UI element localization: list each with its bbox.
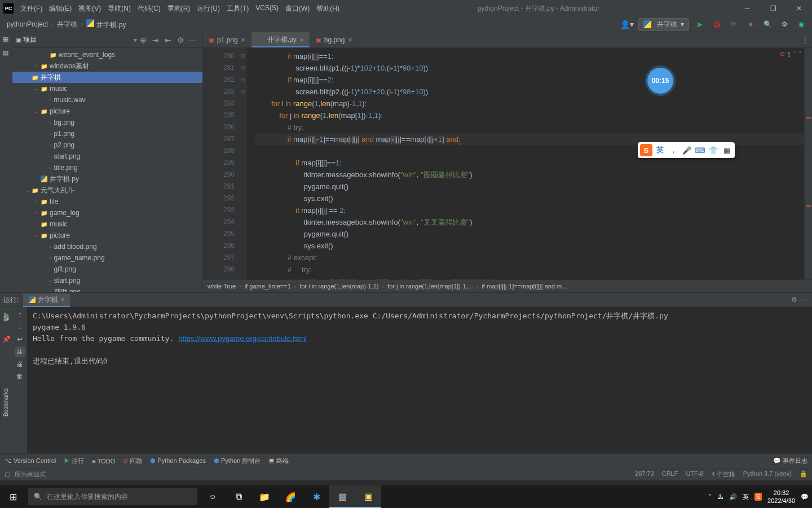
breadcrumb-item[interactable]: 井字棋.py xyxy=(84,19,128,30)
structure-tool-button[interactable]: ▤ xyxy=(2,48,11,57)
ime-skin-button[interactable]: 👕 xyxy=(708,144,720,156)
breadcrumb-item[interactable]: pythonProject xyxy=(5,20,50,28)
pin-button[interactable]: 📌 xyxy=(1,334,11,344)
shield-icon[interactable]: ◉ xyxy=(795,18,807,30)
run-button-bottom[interactable]: ▶ 运行 xyxy=(64,457,84,465)
indent-settings[interactable]: 4 个空格 xyxy=(712,470,735,479)
prev-error-button[interactable]: ˄ xyxy=(793,50,796,58)
lock-icon[interactable]: 🔒 xyxy=(800,470,807,479)
file-explorer-icon[interactable]: 📁 xyxy=(251,485,277,508)
gear-icon[interactable]: ⚙ xyxy=(174,34,187,46)
cursor-position[interactable]: 287:73 xyxy=(635,470,654,479)
timer-badge[interactable]: 00:15 xyxy=(647,68,673,94)
tree-row[interactable]: ▫start.png xyxy=(12,275,202,286)
tree-row[interactable]: ›📁windwos素材 xyxy=(12,60,202,72)
menu-item[interactable]: 编辑(E) xyxy=(46,4,75,14)
settings-button[interactable]: ⚙ xyxy=(778,18,791,30)
terminal-button[interactable]: ▣ 终端 xyxy=(268,457,289,465)
ime-toolbox-button[interactable]: ▦ xyxy=(721,144,732,156)
tree-row[interactable]: 📁webrtc_event_logs xyxy=(12,49,202,60)
start-button[interactable]: ⊞ xyxy=(0,485,26,508)
python-console-button[interactable]: ⬢ Python 控制台 xyxy=(214,457,261,465)
tree-row[interactable]: ▫game_name.png xyxy=(12,252,202,264)
editor-tab[interactable]: 井字棋.py× xyxy=(251,32,310,47)
debug-button[interactable]: 🐞 xyxy=(710,18,723,30)
up-arrow-button[interactable]: ↑ xyxy=(15,309,25,319)
menu-item[interactable]: 文件(F) xyxy=(17,4,46,14)
search-everywhere-button[interactable]: 🔍 xyxy=(761,18,774,30)
chrome-icon[interactable]: 🌈 xyxy=(277,485,303,508)
ime-toolbar[interactable]: S 英 ， 🎤 ⌨ 👕 ▦ xyxy=(638,142,735,158)
encoding[interactable]: UTF-8 xyxy=(686,470,703,479)
project-tool-button[interactable]: ▦ xyxy=(2,34,11,43)
close-button[interactable]: ✕ xyxy=(786,0,812,17)
tray-lang[interactable]: 英 xyxy=(743,493,749,501)
editor-error-stripe[interactable] xyxy=(804,48,812,279)
code-breadcrumb[interactable]: while True›if game_time==1›for i in rang… xyxy=(203,279,812,292)
fold-gutter[interactable]: ⊟⊟⊟⊟ xyxy=(239,48,247,279)
close-icon[interactable]: × xyxy=(60,296,64,304)
menu-item[interactable]: 帮助(H) xyxy=(313,4,343,14)
soft-wrap-button[interactable]: ↩ xyxy=(15,334,25,344)
cortana-icon[interactable]: ○ xyxy=(200,485,226,508)
maximize-button[interactable]: ❐ xyxy=(760,0,786,17)
task-view-icon[interactable]: ⧉ xyxy=(226,485,251,508)
tree-row[interactable]: ▫帮助.png xyxy=(12,286,202,292)
ime-punct-button[interactable]: ， xyxy=(668,144,679,156)
tree-row[interactable]: ▫title.png xyxy=(12,162,202,173)
tray-chevron-icon[interactable]: ˄ xyxy=(708,493,712,501)
hide-panel-button[interactable]: — xyxy=(801,296,807,304)
clear-all-button[interactable]: 🗑 xyxy=(15,371,25,382)
coverage-button[interactable]: ⟳ xyxy=(727,18,740,30)
ime-lang-button[interactable]: 英 xyxy=(655,144,666,156)
next-error-button[interactable]: ˅ xyxy=(798,50,802,58)
menu-item[interactable]: 重构(R) xyxy=(164,4,194,14)
tree-row[interactable]: ⌄📁井字棋 xyxy=(12,72,202,83)
version-control-button[interactable]: ⌥ Version Control xyxy=(5,457,56,465)
close-icon[interactable]: × xyxy=(348,36,352,44)
gear-icon[interactable]: ⚙ xyxy=(791,296,797,304)
scroll-to-end-button[interactable]: ⇊ xyxy=(15,347,25,357)
collapse-all-button[interactable]: ⇤ xyxy=(162,34,174,46)
interpreter[interactable]: Python 3.7 (venv) xyxy=(743,470,792,479)
todo-button[interactable]: ≡ TODO xyxy=(92,458,115,465)
code-crumb-item[interactable]: if game_time==1 xyxy=(245,283,291,290)
menu-item[interactable]: 运行(U) xyxy=(193,4,223,14)
pycharm-taskbar-icon[interactable]: ▩ xyxy=(329,485,355,508)
close-icon[interactable]: × xyxy=(241,36,245,44)
tree-row[interactable]: ⌄📁picture xyxy=(12,106,202,117)
tray-network-icon[interactable]: 🖧 xyxy=(717,493,723,500)
expand-all-button[interactable]: ⇥ xyxy=(149,34,162,46)
tree-row[interactable]: ▫start.png xyxy=(12,151,202,162)
tray-sogou-icon[interactable]: S xyxy=(754,493,762,501)
tree-row[interactable]: ▫add blood.png xyxy=(12,241,202,252)
bookmarks-tab[interactable]: Bookmarks xyxy=(0,384,12,421)
event-log-button[interactable]: 💬 事件日志 xyxy=(773,457,807,465)
minimize-button[interactable]: ─ xyxy=(734,0,760,17)
structure-tab[interactable]: 结构 xyxy=(0,322,12,331)
error-indicator[interactable]: ⊘ xyxy=(780,50,785,58)
editor-tab[interactable]: ▣p1.png× xyxy=(203,32,251,47)
code-crumb-item[interactable]: for j in range(1,len(map[1])-1,... xyxy=(387,283,473,290)
tree-row[interactable]: 井字棋.py xyxy=(12,173,202,185)
tree-row[interactable]: ▫p2.png xyxy=(12,139,202,151)
project-tree[interactable]: 📁webrtc_event_logs›📁windwos素材⌄📁井字棋⌄📁musi… xyxy=(12,48,202,292)
run-configuration-selector[interactable]: 井字棋 ▾ xyxy=(638,18,689,31)
hide-panel-button[interactable]: — xyxy=(187,34,199,46)
code-crumb-item[interactable]: while True xyxy=(208,283,236,290)
tree-row[interactable]: ▫music.wav xyxy=(12,94,202,106)
tree-row[interactable]: ›📁game_log xyxy=(12,207,202,218)
close-icon[interactable]: × xyxy=(300,36,304,44)
down-arrow-button[interactable]: ↓ xyxy=(15,322,25,332)
app-icon-1[interactable]: ✱ xyxy=(303,485,329,508)
menu-item[interactable]: 视图(V) xyxy=(75,4,104,14)
taskbar-search[interactable]: 🔍 在这里输入你要搜索的内容 xyxy=(28,488,197,505)
chevron-down-icon[interactable]: ▾ xyxy=(131,36,137,44)
tool-windows-button[interactable]: ▢ xyxy=(5,471,10,478)
python-packages-button[interactable]: ⬢ Python Packages xyxy=(150,457,206,465)
taskbar-clock[interactable]: 20:32 2022/4/30 xyxy=(767,489,795,505)
code-editor[interactable]: if map[i][j]==1: screen.blit(p1,((j-1)*1… xyxy=(247,48,804,279)
tree-row[interactable]: ⌄📁元气大乱斗 xyxy=(12,185,202,196)
tree-row[interactable]: ▫bg.png xyxy=(12,117,202,128)
code-crumb-item[interactable]: if map[i][j-1]==map[i][j] and m... xyxy=(482,283,567,290)
